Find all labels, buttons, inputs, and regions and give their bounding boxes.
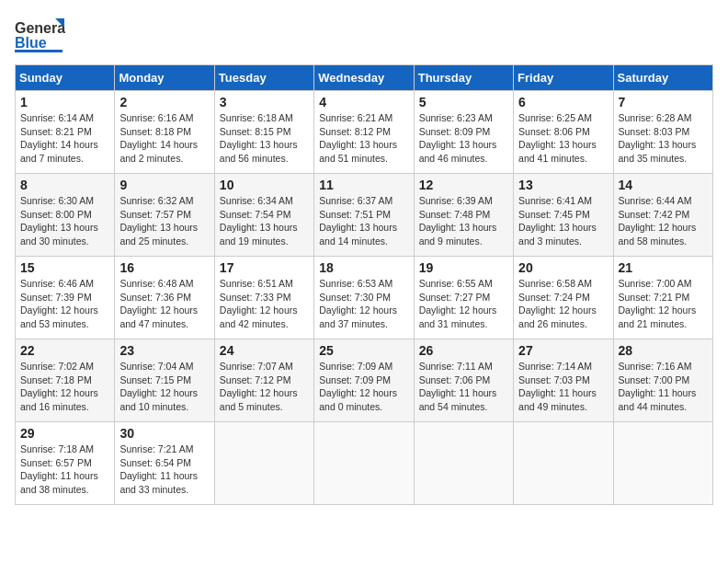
calendar-cell: 4Sunrise: 6:21 AMSunset: 8:12 PMDaylight… xyxy=(314,91,414,174)
calendar-cell: 16Sunrise: 6:48 AMSunset: 7:36 PMDayligh… xyxy=(115,257,214,339)
day-info: Sunrise: 6:55 AMSunset: 7:27 PMDaylight:… xyxy=(419,277,508,331)
calendar-cell: 27Sunrise: 7:14 AMSunset: 7:03 PMDayligh… xyxy=(514,339,613,422)
calendar-cell: 6Sunrise: 6:25 AMSunset: 8:06 PMDaylight… xyxy=(514,91,613,174)
column-header-saturday: Saturday xyxy=(613,65,712,91)
calendar-cell: 7Sunrise: 6:28 AMSunset: 8:03 PMDaylight… xyxy=(613,91,712,174)
day-number: 1 xyxy=(20,95,109,109)
day-number: 27 xyxy=(518,343,608,358)
day-info: Sunrise: 7:04 AMSunset: 7:15 PMDaylight:… xyxy=(119,360,209,414)
calendar-cell: 22Sunrise: 7:02 AMSunset: 7:18 PMDayligh… xyxy=(16,339,115,422)
calendar-cell xyxy=(314,422,414,505)
day-info: Sunrise: 6:58 AMSunset: 7:24 PMDaylight:… xyxy=(518,277,608,331)
day-info: Sunrise: 7:00 AMSunset: 7:21 PMDaylight:… xyxy=(619,277,708,331)
calendar-cell: 5Sunrise: 6:23 AMSunset: 8:09 PMDaylight… xyxy=(414,91,513,174)
day-info: Sunrise: 7:02 AMSunset: 7:18 PMDaylight:… xyxy=(20,360,109,414)
day-number: 25 xyxy=(319,343,408,358)
calendar-cell: 12Sunrise: 6:39 AMSunset: 7:48 PMDayligh… xyxy=(414,174,513,257)
day-number: 3 xyxy=(220,95,309,109)
calendar-week-row: 29Sunrise: 7:18 AMSunset: 6:57 PMDayligh… xyxy=(16,422,713,505)
calendar-week-row: 22Sunrise: 7:02 AMSunset: 7:18 PMDayligh… xyxy=(16,339,713,422)
calendar-cell: 29Sunrise: 7:18 AMSunset: 6:57 PMDayligh… xyxy=(16,422,115,505)
calendar-cell: 26Sunrise: 7:11 AMSunset: 7:06 PMDayligh… xyxy=(414,339,513,422)
day-number: 13 xyxy=(518,178,608,192)
column-header-wednesday: Wednesday xyxy=(314,65,414,91)
day-info: Sunrise: 6:21 AMSunset: 8:12 PMDaylight:… xyxy=(319,111,408,166)
column-header-sunday: Sunday xyxy=(16,65,115,91)
day-number: 18 xyxy=(319,260,408,275)
day-number: 17 xyxy=(220,260,309,275)
calendar-cell: 11Sunrise: 6:37 AMSunset: 7:51 PMDayligh… xyxy=(314,174,414,257)
day-number: 29 xyxy=(20,426,109,441)
day-number: 15 xyxy=(20,260,109,275)
calendar-cell: 1Sunrise: 6:14 AMSunset: 8:21 PMDaylight… xyxy=(16,91,115,174)
calendar-cell: 15Sunrise: 6:46 AMSunset: 7:39 PMDayligh… xyxy=(16,257,115,339)
day-info: Sunrise: 6:30 AMSunset: 8:00 PMDaylight:… xyxy=(20,194,109,248)
calendar-cell: 23Sunrise: 7:04 AMSunset: 7:15 PMDayligh… xyxy=(115,339,214,422)
calendar-cell: 30Sunrise: 7:21 AMSunset: 6:54 PMDayligh… xyxy=(115,422,214,505)
calendar-cell: 24Sunrise: 7:07 AMSunset: 7:12 PMDayligh… xyxy=(214,339,313,422)
column-header-tuesday: Tuesday xyxy=(214,65,313,91)
svg-text:Blue: Blue xyxy=(15,35,47,51)
logo: General Blue xyxy=(15,15,63,55)
logo-icon: General Blue xyxy=(15,15,61,55)
day-info: Sunrise: 6:32 AMSunset: 7:57 PMDaylight:… xyxy=(119,194,209,248)
calendar-cell xyxy=(514,422,613,505)
calendar-cell: 25Sunrise: 7:09 AMSunset: 7:09 PMDayligh… xyxy=(314,339,414,422)
column-header-monday: Monday xyxy=(115,65,214,91)
day-info: Sunrise: 6:23 AMSunset: 8:09 PMDaylight:… xyxy=(419,111,508,166)
calendar-cell: 2Sunrise: 6:16 AMSunset: 8:18 PMDaylight… xyxy=(115,91,214,174)
day-number: 12 xyxy=(419,178,508,192)
day-info: Sunrise: 7:09 AMSunset: 7:09 PMDaylight:… xyxy=(319,360,408,414)
day-number: 6 xyxy=(518,95,608,109)
calendar-cell xyxy=(414,422,513,505)
day-info: Sunrise: 6:37 AMSunset: 7:51 PMDaylight:… xyxy=(319,194,408,248)
day-number: 11 xyxy=(319,178,408,192)
day-number: 14 xyxy=(619,178,708,192)
column-header-friday: Friday xyxy=(514,65,613,91)
day-info: Sunrise: 6:28 AMSunset: 8:03 PMDaylight:… xyxy=(619,111,708,166)
day-info: Sunrise: 6:14 AMSunset: 8:21 PMDaylight:… xyxy=(20,111,109,166)
svg-text:General: General xyxy=(15,20,65,36)
calendar-cell: 21Sunrise: 7:00 AMSunset: 7:21 PMDayligh… xyxy=(613,257,712,339)
calendar-week-row: 8Sunrise: 6:30 AMSunset: 8:00 PMDaylight… xyxy=(16,174,713,257)
day-info: Sunrise: 6:39 AMSunset: 7:48 PMDaylight:… xyxy=(419,194,508,248)
calendar-cell: 8Sunrise: 6:30 AMSunset: 8:00 PMDaylight… xyxy=(16,174,115,257)
day-number: 24 xyxy=(220,343,309,358)
day-number: 28 xyxy=(619,343,708,358)
day-info: Sunrise: 7:14 AMSunset: 7:03 PMDaylight:… xyxy=(518,360,608,414)
day-number: 19 xyxy=(419,260,508,275)
calendar-cell: 14Sunrise: 6:44 AMSunset: 7:42 PMDayligh… xyxy=(613,174,712,257)
day-number: 7 xyxy=(619,95,708,109)
day-number: 2 xyxy=(119,95,209,109)
day-info: Sunrise: 6:51 AMSunset: 7:33 PMDaylight:… xyxy=(220,277,309,331)
day-info: Sunrise: 6:34 AMSunset: 7:54 PMDaylight:… xyxy=(220,194,309,248)
calendar-cell xyxy=(214,422,313,505)
calendar-cell: 10Sunrise: 6:34 AMSunset: 7:54 PMDayligh… xyxy=(214,174,313,257)
day-info: Sunrise: 6:44 AMSunset: 7:42 PMDaylight:… xyxy=(619,194,708,248)
calendar-cell: 18Sunrise: 6:53 AMSunset: 7:30 PMDayligh… xyxy=(314,257,414,339)
day-info: Sunrise: 6:48 AMSunset: 7:36 PMDaylight:… xyxy=(119,277,209,331)
day-number: 10 xyxy=(220,178,309,192)
day-info: Sunrise: 7:18 AMSunset: 6:57 PMDaylight:… xyxy=(20,442,109,497)
day-number: 5 xyxy=(419,95,508,109)
day-number: 9 xyxy=(119,178,209,192)
day-info: Sunrise: 6:46 AMSunset: 7:39 PMDaylight:… xyxy=(20,277,109,331)
calendar-cell xyxy=(613,422,712,505)
day-number: 22 xyxy=(20,343,109,358)
day-number: 16 xyxy=(119,260,209,275)
calendar-cell: 28Sunrise: 7:16 AMSunset: 7:00 PMDayligh… xyxy=(613,339,712,422)
calendar-cell: 3Sunrise: 6:18 AMSunset: 8:15 PMDaylight… xyxy=(214,91,313,174)
calendar-header-row: SundayMondayTuesdayWednesdayThursdayFrid… xyxy=(16,65,713,91)
day-number: 4 xyxy=(319,95,408,109)
day-info: Sunrise: 6:18 AMSunset: 8:15 PMDaylight:… xyxy=(220,111,309,166)
day-number: 23 xyxy=(119,343,209,358)
page-header: General Blue xyxy=(15,15,713,55)
day-number: 30 xyxy=(119,426,209,441)
calendar-table: SundayMondayTuesdayWednesdayThursdayFrid… xyxy=(15,64,713,505)
calendar-cell: 20Sunrise: 6:58 AMSunset: 7:24 PMDayligh… xyxy=(514,257,613,339)
calendar-cell: 17Sunrise: 6:51 AMSunset: 7:33 PMDayligh… xyxy=(214,257,313,339)
day-number: 26 xyxy=(419,343,508,358)
day-info: Sunrise: 7:16 AMSunset: 7:00 PMDaylight:… xyxy=(619,360,708,414)
calendar-cell: 9Sunrise: 6:32 AMSunset: 7:57 PMDaylight… xyxy=(115,174,214,257)
calendar-cell: 19Sunrise: 6:55 AMSunset: 7:27 PMDayligh… xyxy=(414,257,513,339)
